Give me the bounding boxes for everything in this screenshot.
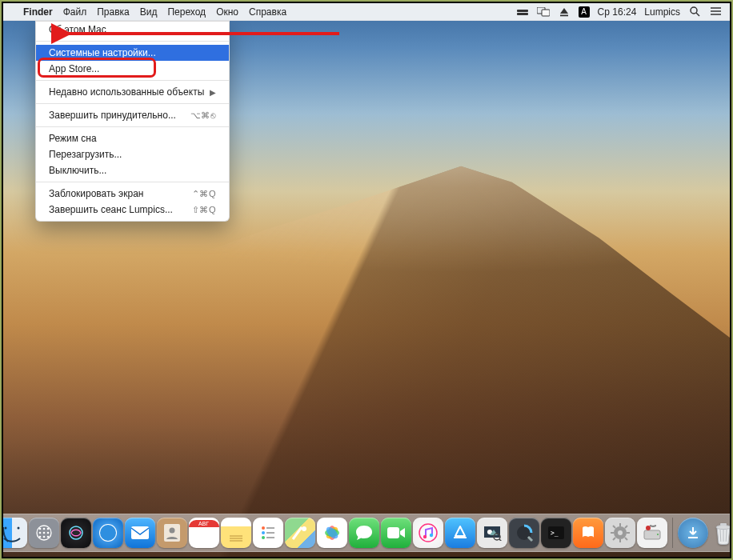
spotlight-icon[interactable]: [688, 6, 701, 18]
dock-folder-downloads[interactable]: [678, 518, 708, 548]
svg-rect-1: [517, 13, 528, 15]
dock: АВГ10 >_: [3, 514, 730, 552]
svg-point-44: [419, 524, 437, 542]
svg-point-56: [618, 530, 623, 535]
svg-point-14: [38, 528, 41, 530]
clock[interactable]: Ср 16:24: [598, 6, 637, 18]
dock-app-system-preferences[interactable]: [605, 518, 635, 548]
menu-go[interactable]: Переход: [167, 6, 206, 18]
dock-app-messages[interactable]: [349, 518, 379, 548]
svg-point-38: [302, 526, 306, 531]
dock-app-preview[interactable]: [477, 518, 507, 548]
menu-edit[interactable]: Правка: [97, 6, 130, 18]
dock-trash[interactable]: [710, 518, 731, 548]
svg-line-51: [499, 539, 502, 541]
svg-point-67: [646, 526, 651, 530]
shortcut: ⌃⌘Q: [192, 189, 216, 199]
svg-point-25: [100, 525, 116, 541]
dock-app-disk-utility[interactable]: [637, 518, 667, 548]
svg-point-34: [262, 531, 265, 534]
dock-app-appstore[interactable]: [445, 518, 475, 548]
submenu-arrow-icon: ▶: [210, 88, 216, 97]
dock-app-siri[interactable]: [61, 518, 91, 548]
svg-point-17: [38, 532, 41, 534]
dock-app-maps[interactable]: [285, 518, 315, 548]
dock-app-contacts[interactable]: [157, 518, 187, 548]
menu-item-shutdown[interactable]: Выключить...: [36, 162, 229, 178]
calendar-day: 10: [197, 527, 211, 545]
svg-point-5: [691, 7, 697, 14]
menu-item-force-quit[interactable]: Завершить принудительно...⌥⌘⎋: [36, 107, 229, 123]
menu-file[interactable]: Файл: [63, 6, 87, 18]
dock-app-terminal[interactable]: >_: [541, 518, 571, 548]
menu-item-about-mac[interactable]: Об этом Mac: [36, 22, 229, 38]
svg-point-28: [169, 528, 174, 534]
svg-point-36: [262, 536, 265, 539]
svg-line-6: [696, 13, 699, 16]
svg-rect-26: [131, 526, 149, 539]
menu-separator: [36, 103, 229, 104]
svg-rect-0: [517, 10, 528, 12]
svg-rect-43: [387, 527, 399, 538]
svg-point-21: [42, 536, 45, 538]
input-source-badge[interactable]: А: [579, 6, 590, 18]
menu-item-system-preferences[interactable]: Системные настройки...: [36, 45, 229, 61]
dock-app-finder[interactable]: [3, 518, 27, 548]
svg-rect-70: [720, 523, 727, 526]
displays-icon[interactable]: [537, 6, 550, 18]
svg-line-61: [613, 526, 615, 528]
shortcut: ⌥⌘⎋: [190, 110, 217, 121]
svg-point-18: [42, 532, 45, 534]
dock-app-itunes[interactable]: [413, 518, 443, 548]
svg-point-45: [423, 535, 426, 538]
menu-window[interactable]: Окно: [216, 6, 238, 18]
dock-app-photos[interactable]: [317, 518, 347, 548]
menu-item-restart[interactable]: Перезагрузить...: [36, 146, 229, 162]
svg-point-20: [38, 536, 41, 538]
svg-point-32: [262, 526, 265, 530]
dock-app-quicktime[interactable]: [509, 518, 539, 548]
svg-point-11: [4, 527, 6, 530]
menu-help[interactable]: Справка: [249, 6, 286, 18]
menu-view[interactable]: Вид: [140, 6, 158, 18]
menu-item-recent[interactable]: Недавно использованные объекты▶: [36, 84, 229, 100]
menu-item-lock-screen[interactable]: Заблокировать экран⌃⌘Q: [36, 186, 229, 202]
menu-bar-left: Finder Файл Правка Вид Переход Окно Спра…: [3, 6, 286, 18]
menu-bar: Finder Файл Правка Вид Переход Окно Спра…: [3, 3, 730, 21]
dock-app-launchpad[interactable]: [29, 518, 59, 548]
dock-app-mail[interactable]: [125, 518, 155, 548]
dock-app-reminders[interactable]: [253, 518, 283, 548]
menu-finder[interactable]: Finder: [23, 6, 53, 18]
svg-line-64: [625, 526, 627, 528]
menu-separator: [36, 182, 229, 182]
user-name[interactable]: Lumpics: [644, 6, 680, 18]
svg-point-69: [716, 525, 731, 529]
svg-point-15: [42, 528, 45, 530]
svg-point-16: [46, 528, 49, 530]
svg-point-46: [429, 534, 432, 537]
menu-separator: [36, 80, 229, 81]
dock-app-books[interactable]: [573, 518, 603, 548]
dock-app-notes[interactable]: [221, 518, 251, 548]
dock-app-facetime[interactable]: [381, 518, 411, 548]
svg-rect-3: [542, 10, 550, 16]
eject-icon[interactable]: [558, 6, 571, 18]
svg-point-12: [17, 527, 19, 530]
calendar-month: АВГ: [189, 520, 219, 527]
desktop: Finder Файл Правка Вид Переход Окно Спра…: [3, 3, 730, 557]
notification-center-icon[interactable]: [709, 6, 722, 18]
dock-tray: АВГ10 >_: [3, 514, 730, 552]
apple-menu-dropdown: Об этом Mac Системные настройки... App S…: [35, 21, 230, 222]
menu-bar-right: А Ср 16:24 Lumpics: [516, 6, 730, 18]
svg-line-63: [613, 538, 615, 540]
dock-app-calendar[interactable]: АВГ10: [189, 518, 219, 548]
menu-separator: [36, 41, 229, 42]
menu-separator: [36, 126, 229, 127]
disk-icon[interactable]: [516, 6, 529, 18]
menu-item-logout[interactable]: Завершить сеанс Lumpics...⇧⌘Q: [36, 202, 229, 218]
menu-item-app-store[interactable]: App Store...: [36, 61, 229, 77]
dock-app-safari[interactable]: [93, 518, 123, 548]
svg-point-22: [46, 536, 49, 538]
svg-point-66: [657, 534, 659, 535]
menu-item-sleep[interactable]: Режим сна: [36, 130, 229, 146]
